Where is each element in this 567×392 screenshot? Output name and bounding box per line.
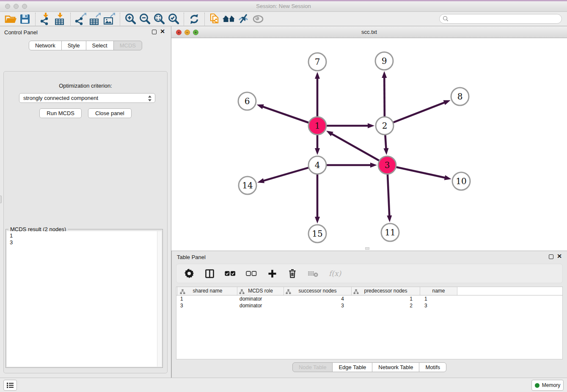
tab-node-table[interactable]: Node Table [292, 362, 333, 372]
open-file-icon[interactable] [3, 12, 18, 26]
mcds-result-text[interactable]: 1 3 [7, 231, 157, 367]
table-cell[interactable]: 1 [420, 295, 457, 302]
table-row[interactable]: 1dominator411 [176, 295, 562, 302]
memory-button[interactable]: Memory [531, 380, 564, 391]
network-canvas[interactable]: 7968124314101511 [171, 38, 567, 251]
graph-node-11[interactable]: 11 [381, 224, 399, 241]
float-table-panel-icon[interactable] [549, 254, 553, 259]
tab-network-table[interactable]: Network Table [372, 362, 419, 372]
zoom-out-icon[interactable] [138, 12, 152, 26]
criterion-select[interactable]: strongly connected component [19, 93, 155, 103]
attribute-icon [239, 289, 245, 295]
graph-node-15[interactable]: 15 [308, 225, 326, 243]
graph-edges [257, 71, 451, 224]
tab-network[interactable]: Network [29, 41, 62, 50]
run-mcds-button[interactable]: Run MCDS [39, 108, 82, 118]
graph-node-10[interactable]: 10 [452, 172, 470, 190]
select-all-icon[interactable] [225, 271, 236, 276]
table-tabs: Node TableEdge TableNetwork TableMotifs [172, 362, 567, 372]
table-cell[interactable]: 2 [352, 302, 420, 309]
column-header-name[interactable]: name [420, 287, 457, 295]
clone-network-icon[interactable] [208, 12, 222, 26]
status-bar: Memory [0, 378, 567, 392]
toolbar-separator [35, 13, 36, 25]
close-panel-icon[interactable]: ✕ [160, 28, 165, 34]
network-view-title: scc.txt [171, 29, 567, 35]
graph-node-7[interactable]: 7 [308, 53, 326, 71]
column-label: shared name [193, 288, 222, 294]
table-panel: Table Panel ✕ f(x) shared nameMCDS roles… [171, 251, 567, 378]
tab-mcds[interactable]: MCDS [113, 41, 142, 50]
select-stepper-icon [147, 95, 152, 103]
import-table-icon[interactable] [53, 12, 67, 26]
control-panel: Control Panel ✕ NetworkStyleSelectMCDS O… [0, 26, 171, 378]
table-cell[interactable]: 4 [284, 295, 352, 302]
graph-node-1[interactable]: 1 [308, 117, 326, 135]
svg-text:14: 14 [242, 180, 253, 190]
table-cell[interactable]: dominator [237, 302, 284, 309]
split-view-icon[interactable] [204, 269, 215, 278]
tab-motifs[interactable]: Motifs [419, 362, 446, 372]
row-gutter [176, 287, 178, 295]
search-input[interactable] [439, 14, 562, 24]
settings-icon[interactable] [184, 269, 194, 278]
svg-text:2: 2 [382, 121, 388, 131]
table-cell[interactable]: 3 [178, 302, 237, 309]
column-label: MCDS role [248, 288, 273, 294]
export-image-icon[interactable] [102, 12, 117, 26]
column-header-MCDS-role[interactable]: MCDS role [237, 287, 284, 295]
tab-select[interactable]: Select [86, 41, 114, 50]
column-header-successor-nodes[interactable]: successor nodes [284, 287, 352, 295]
zoom-fit-icon[interactable] [152, 12, 166, 26]
table-cell[interactable]: 1 [178, 295, 237, 302]
column-header-shared-name[interactable]: shared name [178, 287, 237, 295]
optimization-label: Optimization criterion: [4, 83, 167, 89]
import-network-icon[interactable] [39, 12, 53, 26]
node-table: shared nameMCDS rolesuccessor nodesprede… [176, 287, 563, 359]
tab-edge-table[interactable]: Edge Table [332, 362, 372, 372]
canvas-grip[interactable] [365, 247, 369, 250]
result-scrollbar[interactable] [157, 231, 162, 367]
graph-node-8[interactable]: 8 [451, 88, 469, 105]
attribute-icon [180, 289, 185, 295]
add-row-icon[interactable] [267, 269, 277, 278]
close-panel-button[interactable]: Close panel [88, 108, 132, 118]
mcds-panel: Optimization criterion: strongly connect… [3, 71, 168, 373]
graph-node-2[interactable]: 2 [376, 117, 394, 135]
network-view-window: × − + scc.txt 7968124314101511 [171, 26, 567, 251]
zoom-selected-icon[interactable] [166, 12, 181, 26]
task-history-button[interactable] [3, 380, 17, 391]
table-cell[interactable]: dominator [237, 295, 284, 302]
graph-node-4[interactable]: 4 [308, 156, 326, 174]
attribute-icon [286, 289, 291, 295]
show-graphics-details-icon [251, 12, 265, 26]
export-table-icon[interactable] [88, 12, 102, 26]
mcds-result-groupbox: MCDS result (2 nodes) 1 3 [6, 229, 163, 368]
export-network-icon[interactable] [74, 12, 88, 26]
criterion-value: strongly connected component [23, 95, 98, 101]
splitter-grip[interactable] [0, 196, 2, 203]
hide-graphics-details-icon[interactable] [237, 12, 251, 26]
svg-text:15: 15 [312, 229, 322, 239]
table-row[interactable]: 3dominator323 [176, 302, 562, 309]
table-header-row: shared nameMCDS rolesuccessor nodesprede… [176, 287, 562, 295]
svg-text:11: 11 [385, 227, 395, 237]
home-icon[interactable] [222, 12, 237, 26]
table-cell[interactable]: 3 [420, 302, 457, 309]
graph-node-3[interactable]: 3 [378, 156, 396, 174]
save-session-icon[interactable] [18, 12, 32, 26]
tab-style[interactable]: Style [61, 41, 86, 50]
column-header-predecessor-nodes[interactable]: predecessor nodes [352, 287, 420, 295]
float-panel-icon[interactable] [152, 30, 157, 34]
deselect-all-icon[interactable] [246, 271, 257, 276]
zoom-in-icon[interactable] [123, 12, 138, 26]
table-cell[interactable]: 1 [352, 295, 420, 302]
delete-row-icon[interactable] [287, 269, 297, 278]
close-table-panel-icon[interactable]: ✕ [557, 253, 562, 259]
graph-node-6[interactable]: 6 [238, 92, 256, 110]
table-cell[interactable]: 3 [284, 302, 352, 309]
refresh-layout-icon[interactable] [187, 12, 201, 26]
table-toolbar: f(x) [176, 264, 563, 283]
graph-node-14[interactable]: 14 [239, 177, 256, 194]
graph-node-9[interactable]: 9 [375, 52, 393, 70]
